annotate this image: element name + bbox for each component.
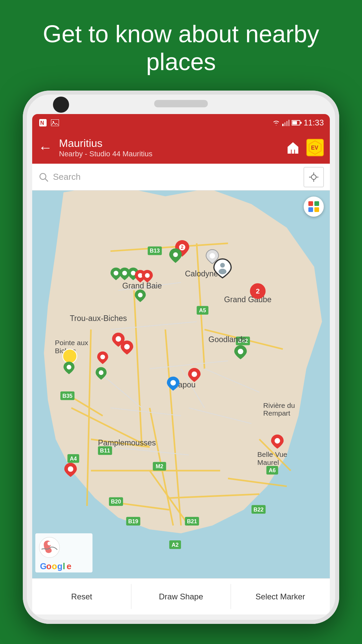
svg-text:B21: B21: [187, 518, 197, 524]
svg-text:Calodyne: Calodyne: [185, 269, 218, 278]
svg-text:l: l: [63, 561, 65, 571]
svg-point-96: [145, 273, 150, 278]
svg-point-107: [67, 365, 71, 370]
svg-text:Goodlands: Goodlands: [208, 335, 246, 344]
svg-point-92: [114, 271, 118, 275]
svg-rect-11: [292, 150, 294, 154]
svg-point-101: [219, 269, 226, 274]
svg-text:M2: M2: [156, 463, 163, 469]
app-title: Mauritius: [59, 137, 284, 150]
search-placeholder: Search: [53, 172, 80, 182]
svg-text:B13: B13: [150, 248, 160, 254]
svg-rect-10: [300, 122, 302, 124]
svg-point-97: [138, 293, 142, 298]
svg-point-16: [311, 175, 316, 179]
svg-text:Rempart: Rempart: [263, 409, 290, 417]
svg-point-86: [63, 349, 77, 363]
svg-text:EV: EV: [311, 145, 318, 151]
crosshair-icon: [308, 172, 319, 182]
svg-text:G: G: [40, 561, 47, 571]
svg-point-93: [122, 271, 127, 275]
phone-screen: N: [32, 114, 330, 614]
svg-rect-6: [286, 121, 288, 126]
phone-frame: N: [23, 91, 339, 624]
search-input-container[interactable]: Search: [38, 172, 300, 182]
search-icon: [38, 172, 49, 182]
svg-point-111: [170, 380, 176, 385]
svg-text:Trou-aux-Biches: Trou-aux-Biches: [70, 314, 127, 323]
svg-text:N: N: [40, 120, 44, 126]
svg-point-91: [173, 252, 178, 257]
phone-speaker: [154, 100, 208, 107]
svg-rect-4: [282, 124, 284, 126]
battery-icon: [292, 120, 302, 126]
svg-text:2: 2: [256, 287, 260, 295]
svg-text:Rivière du: Rivière du: [263, 401, 295, 409]
svg-rect-9: [292, 121, 297, 124]
svg-text:B22: B22: [253, 506, 263, 513]
svg-text:o: o: [46, 561, 52, 571]
svg-text:A2: A2: [172, 542, 179, 548]
svg-text:B35: B35: [62, 393, 72, 399]
app-bar-title: Mauritius Nearby - Studio 44 Mauritius: [59, 137, 284, 158]
image-icon: [50, 119, 60, 126]
svg-text:2: 2: [181, 245, 184, 250]
search-bar: Search: [32, 164, 330, 191]
draw-shape-button[interactable]: Draw Shape: [131, 579, 230, 614]
svg-text:o: o: [52, 561, 57, 571]
map-svg: B13 A5 B42 B35 B11 A4 M2 B20 B21 B22: [32, 191, 330, 578]
bottom-bar: Reset Draw Shape Select Marker: [32, 578, 330, 614]
svg-point-100: [220, 263, 225, 268]
status-left-icons: N: [38, 119, 60, 126]
svg-text:A5: A5: [199, 307, 206, 313]
wifi-icon: [272, 119, 280, 126]
map-area[interactable]: B13 A5 B42 B35 B11 A4 M2 B20 B21 B22: [32, 191, 330, 578]
svg-rect-7: [288, 120, 290, 126]
signal-icon: [282, 119, 290, 126]
svg-text:Belle Vue: Belle Vue: [257, 450, 287, 458]
svg-point-104: [116, 336, 121, 341]
status-bar: N: [32, 114, 330, 131]
notification-icon: N: [38, 119, 48, 126]
svg-point-110: [192, 371, 197, 377]
svg-text:Maurel: Maurel: [257, 459, 279, 466]
svg-point-106: [100, 355, 105, 359]
svg-point-112: [275, 438, 280, 443]
svg-rect-5: [284, 122, 286, 126]
svg-point-109: [99, 370, 104, 375]
svg-point-98: [209, 253, 215, 259]
app-bar-actions: EV: [284, 139, 324, 156]
svg-text:Pamplemousses: Pamplemousses: [98, 438, 156, 447]
svg-point-105: [124, 344, 130, 350]
svg-text:g: g: [57, 561, 63, 571]
phone-camera: [53, 97, 69, 113]
map-layers-button[interactable]: [304, 197, 324, 217]
svg-point-108: [238, 349, 243, 354]
select-marker-button[interactable]: Select Marker: [231, 579, 330, 614]
location-button[interactable]: [304, 167, 324, 187]
svg-point-113: [68, 466, 73, 472]
status-right-icons: 11:33: [272, 118, 324, 127]
svg-text:A4: A4: [70, 455, 77, 462]
svg-point-116: [48, 542, 52, 546]
status-time: 11:33: [304, 118, 324, 127]
headline: Get to know about nearby places: [0, 20, 362, 76]
home-button[interactable]: [284, 139, 302, 156]
svg-text:B11: B11: [100, 447, 110, 453]
svg-text:e: e: [67, 561, 71, 571]
svg-text:A6: A6: [269, 467, 276, 473]
svg-text:B20: B20: [111, 498, 121, 504]
ev-badge[interactable]: EV: [306, 139, 324, 156]
grid-layers-icon: [308, 201, 319, 212]
svg-line-15: [45, 178, 48, 181]
svg-text:Grand Gaube: Grand Gaube: [224, 295, 272, 304]
back-button[interactable]: ←: [38, 140, 52, 156]
svg-text:Pointe aux: Pointe aux: [55, 339, 88, 346]
app-subtitle: Nearby - Studio 44 Mauritius: [59, 150, 284, 158]
marker-yellow: [63, 349, 77, 363]
svg-rect-2: [51, 119, 59, 126]
svg-text:Grand Baie: Grand Baie: [122, 281, 162, 290]
svg-text:B19: B19: [128, 518, 138, 524]
app-bar: ← Mauritius Nearby - Studio 44 Mauritius…: [32, 131, 330, 164]
reset-button[interactable]: Reset: [32, 579, 131, 614]
